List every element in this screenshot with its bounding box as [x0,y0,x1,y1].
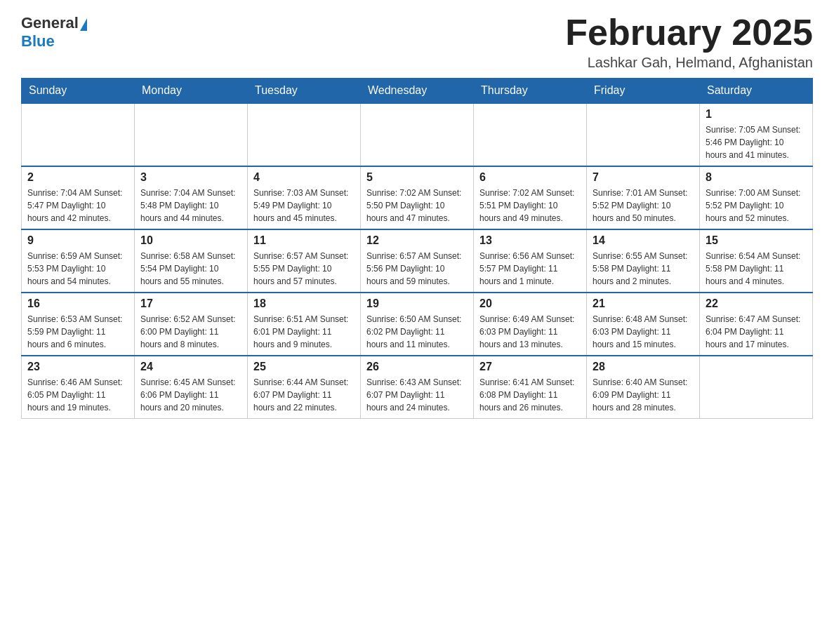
day-cell: 23Sunrise: 6:46 AM Sunset: 6:05 PM Dayli… [22,356,135,419]
month-title: February 2025 [565,14,813,51]
day-cell: 20Sunrise: 6:49 AM Sunset: 6:03 PM Dayli… [474,293,587,356]
day-info: Sunrise: 7:04 AM Sunset: 5:48 PM Dayligh… [140,187,241,224]
day-cell: 24Sunrise: 6:45 AM Sunset: 6:06 PM Dayli… [135,356,248,419]
day-cell: 6Sunrise: 7:02 AM Sunset: 5:51 PM Daylig… [474,166,587,229]
day-number: 1 [706,108,807,121]
header-tuesday: Tuesday [248,79,361,104]
day-cell: 5Sunrise: 7:02 AM Sunset: 5:50 PM Daylig… [361,166,474,229]
location-title: Lashkar Gah, Helmand, Afghanistan [565,55,813,71]
day-cell: 27Sunrise: 6:41 AM Sunset: 6:08 PM Dayli… [474,356,587,419]
day-number: 23 [27,361,128,373]
day-cell [248,103,361,166]
day-info: Sunrise: 7:00 AM Sunset: 5:52 PM Dayligh… [706,187,807,224]
day-info: Sunrise: 6:58 AM Sunset: 5:54 PM Dayligh… [140,250,241,288]
day-cell: 3Sunrise: 7:04 AM Sunset: 5:48 PM Daylig… [135,166,248,229]
day-info: Sunrise: 6:51 AM Sunset: 6:01 PM Dayligh… [253,313,355,351]
day-number: 20 [479,297,581,310]
day-info: Sunrise: 6:40 AM Sunset: 6:09 PM Dayligh… [593,376,694,414]
day-number: 15 [706,234,807,247]
header-saturday: Saturday [700,79,813,104]
day-cell: 17Sunrise: 6:52 AM Sunset: 6:00 PM Dayli… [135,293,248,356]
day-info: Sunrise: 6:44 AM Sunset: 6:07 PM Dayligh… [253,376,355,414]
day-number: 27 [479,361,581,373]
day-cell: 19Sunrise: 6:50 AM Sunset: 6:02 PM Dayli… [361,293,474,356]
logo-blue-text: Blue [21,32,55,51]
day-info: Sunrise: 7:05 AM Sunset: 5:46 PM Dayligh… [706,123,807,161]
day-cell: 18Sunrise: 6:51 AM Sunset: 6:01 PM Dayli… [248,293,361,356]
week-row-2: 2Sunrise: 7:04 AM Sunset: 5:47 PM Daylig… [22,166,813,229]
week-row-4: 16Sunrise: 6:53 AM Sunset: 5:59 PM Dayli… [22,293,813,356]
title-area: February 2025 Lashkar Gah, Helmand, Afgh… [565,14,813,71]
day-cell: 25Sunrise: 6:44 AM Sunset: 6:07 PM Dayli… [248,356,361,419]
day-cell: 15Sunrise: 6:54 AM Sunset: 5:58 PM Dayli… [700,229,813,293]
header-wednesday: Wednesday [361,79,474,104]
day-cell: 7Sunrise: 7:01 AM Sunset: 5:52 PM Daylig… [587,166,700,229]
day-cell: 8Sunrise: 7:00 AM Sunset: 5:52 PM Daylig… [700,166,813,229]
day-info: Sunrise: 7:01 AM Sunset: 5:52 PM Dayligh… [593,187,694,224]
day-cell: 16Sunrise: 6:53 AM Sunset: 5:59 PM Dayli… [22,293,135,356]
header-friday: Friday [587,79,700,104]
day-number: 6 [479,171,581,184]
day-cell: 12Sunrise: 6:57 AM Sunset: 5:56 PM Dayli… [361,229,474,293]
day-info: Sunrise: 6:54 AM Sunset: 5:58 PM Dayligh… [706,250,807,288]
day-cell [700,356,813,419]
day-number: 2 [27,171,128,184]
logo-triangle-icon [80,18,87,31]
day-number: 28 [593,361,694,373]
day-number: 14 [593,234,694,247]
day-info: Sunrise: 6:45 AM Sunset: 6:06 PM Dayligh… [140,376,241,414]
day-info: Sunrise: 6:48 AM Sunset: 6:03 PM Dayligh… [593,313,694,351]
day-cell: 13Sunrise: 6:56 AM Sunset: 5:57 PM Dayli… [474,229,587,293]
day-number: 10 [140,234,241,247]
day-number: 16 [27,297,128,310]
day-number: 26 [366,361,468,373]
header-thursday: Thursday [474,79,587,104]
day-info: Sunrise: 6:46 AM Sunset: 6:05 PM Dayligh… [27,376,128,414]
day-info: Sunrise: 6:43 AM Sunset: 6:07 PM Dayligh… [366,376,468,414]
day-number: 25 [253,361,355,373]
day-cell [361,103,474,166]
day-info: Sunrise: 6:53 AM Sunset: 5:59 PM Dayligh… [27,313,128,351]
day-cell: 9Sunrise: 6:59 AM Sunset: 5:53 PM Daylig… [22,229,135,293]
header: General Blue February 2025 Lashkar Gah, … [21,14,813,71]
day-number: 12 [366,234,468,247]
day-cell: 14Sunrise: 6:55 AM Sunset: 5:58 PM Dayli… [587,229,700,293]
day-info: Sunrise: 6:49 AM Sunset: 6:03 PM Dayligh… [479,313,581,351]
day-cell: 10Sunrise: 6:58 AM Sunset: 5:54 PM Dayli… [135,229,248,293]
day-number: 13 [479,234,581,247]
day-number: 17 [140,297,241,310]
day-cell: 21Sunrise: 6:48 AM Sunset: 6:03 PM Dayli… [587,293,700,356]
day-info: Sunrise: 6:59 AM Sunset: 5:53 PM Dayligh… [27,250,128,288]
week-row-1: 1Sunrise: 7:05 AM Sunset: 5:46 PM Daylig… [22,103,813,166]
day-info: Sunrise: 6:52 AM Sunset: 6:00 PM Dayligh… [140,313,241,351]
day-info: Sunrise: 7:02 AM Sunset: 5:50 PM Dayligh… [366,187,468,224]
day-number: 24 [140,361,241,373]
day-info: Sunrise: 6:47 AM Sunset: 6:04 PM Dayligh… [706,313,807,351]
day-cell: 4Sunrise: 7:03 AM Sunset: 5:49 PM Daylig… [248,166,361,229]
day-number: 8 [706,171,807,184]
day-info: Sunrise: 7:02 AM Sunset: 5:51 PM Dayligh… [479,187,581,224]
day-cell: 28Sunrise: 6:40 AM Sunset: 6:09 PM Dayli… [587,356,700,419]
logo-general-text: General [21,14,79,32]
day-number: 9 [27,234,128,247]
day-cell: 1Sunrise: 7:05 AM Sunset: 5:46 PM Daylig… [700,103,813,166]
calendar-table: SundayMondayTuesdayWednesdayThursdayFrid… [21,78,813,419]
day-cell [135,103,248,166]
day-number: 22 [706,297,807,310]
day-info: Sunrise: 6:56 AM Sunset: 5:57 PM Dayligh… [479,250,581,288]
header-monday: Monday [135,79,248,104]
day-info: Sunrise: 6:41 AM Sunset: 6:08 PM Dayligh… [479,376,581,414]
day-number: 11 [253,234,355,247]
day-number: 5 [366,171,468,184]
day-cell [22,103,135,166]
day-info: Sunrise: 6:57 AM Sunset: 5:56 PM Dayligh… [366,250,468,288]
day-cell: 11Sunrise: 6:57 AM Sunset: 5:55 PM Dayli… [248,229,361,293]
day-cell: 2Sunrise: 7:04 AM Sunset: 5:47 PM Daylig… [22,166,135,229]
calendar-header-row: SundayMondayTuesdayWednesdayThursdayFrid… [22,79,813,104]
logo: General Blue [21,14,88,51]
day-cell: 26Sunrise: 6:43 AM Sunset: 6:07 PM Dayli… [361,356,474,419]
day-cell [587,103,700,166]
week-row-3: 9Sunrise: 6:59 AM Sunset: 5:53 PM Daylig… [22,229,813,293]
day-number: 21 [593,297,694,310]
header-sunday: Sunday [22,79,135,104]
